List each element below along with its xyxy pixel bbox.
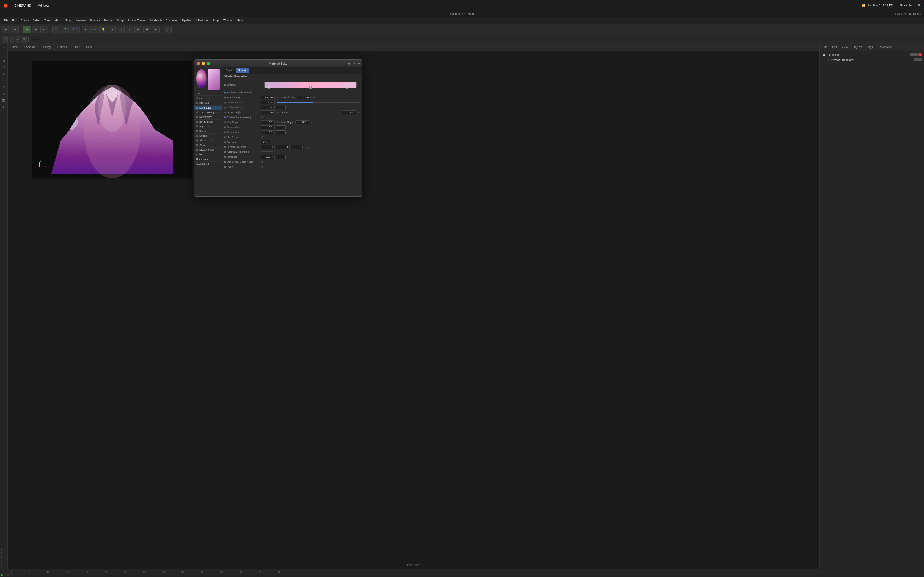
tool2-poly[interactable]: ◻ [21, 36, 27, 43]
view-tab-options[interactable]: Options [56, 45, 68, 49]
sp-max-slope-val[interactable]: 180 ° [296, 120, 309, 124]
channel-transparency[interactable]: Transparency ···· [194, 110, 222, 115]
view-tab-panel[interactable]: Panel [85, 45, 95, 49]
tool2-pts[interactable]: · [8, 36, 14, 43]
rpanel-bookmarks[interactable]: Bookmarks [876, 45, 893, 49]
sp-scale-val[interactable]: 100 % [342, 110, 356, 114]
channel-glow[interactable]: Glow ······· [194, 143, 222, 148]
view-tab-filter[interactable]: Filter [72, 45, 81, 49]
channel-bump[interactable]: Bump ······· [194, 129, 222, 134]
menu-script[interactable]: Script [211, 18, 221, 23]
tool-y[interactable]: Y [61, 26, 69, 33]
menu-xparticles[interactable]: X-Particles [194, 18, 210, 23]
sp-custom-z[interactable]: 0 [291, 145, 304, 149]
sidebar-paint[interactable]: 🖌 [1, 71, 7, 77]
slope-soften-min-input[interactable] [276, 125, 286, 129]
sidebar-rotate[interactable]: ↺ [1, 64, 7, 70]
obj-polygon-reduction[interactable]: ▽ Polygon Reduction [821, 57, 923, 62]
channel-assignment[interactable]: Assignment [194, 161, 222, 166]
apple-menu[interactable]: 🍎 [3, 3, 8, 8]
me-maximize[interactable] [207, 62, 210, 65]
tool-camera[interactable]: 📷 [90, 26, 98, 33]
menu-animate[interactable]: Animate [74, 18, 87, 23]
channel-alpha[interactable]: Alpha ······· [194, 138, 222, 143]
scale-arrow[interactable]: ▲ [357, 111, 360, 114]
sidebar-anim[interactable]: ⏱ [1, 91, 7, 97]
me-tab-shader[interactable]: Shader [236, 68, 249, 73]
sidebar-cam[interactable]: 📷 [1, 97, 7, 103]
menu-simulate[interactable]: Simulate [88, 18, 102, 23]
menu-edit[interactable]: Edit [10, 18, 18, 23]
sidebar-render[interactable]: ▶ [1, 104, 7, 110]
slope-soften-max-input[interactable] [276, 130, 286, 134]
obj2-vis-icon[interactable] [914, 58, 918, 61]
tool-scene[interactable]: 🏔 [143, 26, 151, 33]
tool-redo[interactable]: ↪ [11, 26, 19, 33]
sp-soften-min-val[interactable]: 43 % [261, 101, 275, 105]
obj-landscape[interactable]: 🏔 Landscape [821, 52, 923, 57]
rpanel-file[interactable]: File [821, 45, 829, 49]
menu-snap[interactable]: Snap [63, 18, 73, 23]
rpanel-tags[interactable]: Tags [866, 45, 874, 49]
menu-render[interactable]: Render [102, 18, 115, 23]
view-tab-cameras[interactable]: Cameras [23, 45, 37, 49]
tool-array[interactable]: ⊞ [134, 26, 142, 33]
sidebar-move[interactable]: ✛ [1, 51, 7, 57]
tool-undo[interactable]: ↩ [2, 26, 10, 33]
menu-character[interactable]: Character [164, 18, 179, 23]
sidebar-sculpt[interactable]: ◊ [1, 77, 7, 84]
channel-fog[interactable]: Fog ········ [194, 124, 222, 129]
me-minimize[interactable] [202, 62, 205, 65]
tool-rotate[interactable]: ↺ [40, 26, 48, 33]
menu-mograph[interactable]: MoGraph [149, 18, 164, 23]
menu-pipeline[interactable]: Pipeline [180, 18, 193, 23]
max-slope-arrow[interactable]: ▲ [311, 121, 313, 124]
sp-slope-soften-max-val[interactable]: 0 % [261, 130, 275, 134]
sidebar-selection[interactable]: ⊹ [1, 45, 7, 50]
tool-render-btn[interactable]: ▶ [152, 26, 160, 33]
view-tab-display[interactable]: Display [40, 45, 53, 49]
channel-normal[interactable]: Normal ······· [194, 134, 222, 138]
tool-z[interactable]: Z [70, 26, 78, 33]
tool-x[interactable]: X [52, 26, 60, 33]
channel-displacement[interactable]: Displacement ··· [194, 148, 222, 152]
menu-window[interactable]: Window [222, 18, 235, 23]
sp-alt-blend-val[interactable] [261, 152, 275, 153]
sp-min-slope-val[interactable]: 57 ° [261, 120, 275, 124]
tool-light[interactable]: 💡 [99, 26, 107, 33]
menu-help[interactable]: Help [235, 18, 244, 23]
me-nav-right[interactable]: ▶ [358, 62, 360, 65]
custom-dir-arrow[interactable]: ▲ [306, 146, 309, 148]
coord-field[interactable] [30, 39, 42, 40]
menu-select[interactable]: Select [31, 18, 42, 23]
channel-illumination[interactable]: Illumination [194, 157, 222, 161]
rpanel-edit[interactable]: Edit [831, 45, 838, 49]
gradient-stop-1[interactable] [268, 86, 270, 89]
me-nav-left[interactable]: ◀ [347, 62, 350, 65]
sp-min-alt-val[interactable]: -651 cm [261, 96, 275, 100]
gradient-stop-3[interactable] [346, 86, 349, 89]
sp-noise-val[interactable]: 0 cm [261, 110, 275, 114]
channel-environment[interactable]: Environment ···· [194, 119, 222, 124]
tool-new-obj[interactable]: ● [82, 26, 89, 33]
sp-custom-y[interactable]: 1 [276, 145, 289, 149]
viewport-3d[interactable]: Perspective [8, 51, 819, 569]
sp-max-alt-val[interactable]: 2120 cm [297, 96, 311, 100]
me-tab-basic[interactable]: Basic [224, 68, 234, 73]
soften-min-slider[interactable] [277, 102, 360, 103]
max-alt-arrow[interactable]: ▲ [312, 96, 315, 99]
channel-color[interactable]: Color ········ [194, 96, 222, 101]
direction-dropdown[interactable]: +Y ▾ [261, 140, 270, 144]
gradient-bar[interactable] [264, 82, 357, 88]
tool-deform[interactable]: ⟡ [126, 26, 133, 33]
tool-mat[interactable]: ⬡ [164, 26, 171, 33]
sp-custom-x[interactable]: 0 [261, 145, 275, 149]
obj2-lock-icon[interactable] [919, 58, 922, 61]
view-tab-view[interactable]: View [10, 45, 19, 49]
obj-lock-icon[interactable] [914, 53, 918, 56]
gradient-stop-2[interactable] [309, 86, 312, 89]
sp-hardness-val[interactable]: 100 % [261, 155, 275, 159]
channel-diffusion[interactable]: Diffusion ···· [194, 101, 222, 105]
tool-scale[interactable]: ⊞ [32, 26, 39, 33]
channel-reflectance[interactable]: Reflectance ···· [194, 115, 222, 119]
